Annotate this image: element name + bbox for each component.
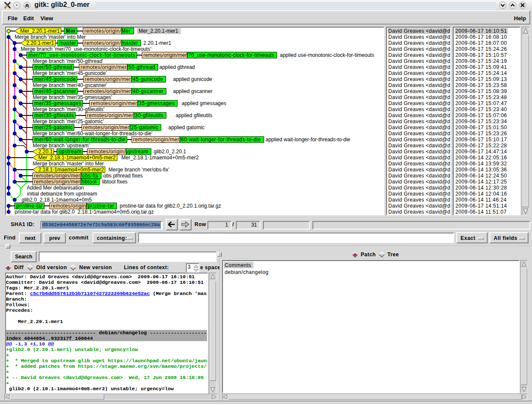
svg-text:mer/35-gmessages: mer/35-gmessages xyxy=(34,100,81,106)
svg-text:Merge branch 'mer/45-gunicode': Merge branch 'mer/45-gunicode' xyxy=(33,70,107,76)
svg-text:remotes/origin/mer/50-gthread: remotes/origin/mer/50-gthread xyxy=(80,64,155,70)
svg-text:remotes/origin/pristine-tar: remotes/origin/pristine-tar xyxy=(51,203,114,209)
svg-text:glib2.0_2.18.1-1maemo4+0m5: glib2.0_2.18.1-1maemo4+0m5 xyxy=(22,197,92,203)
svg-text:remotes/origin/mer/40-gscanner: remotes/origin/mer/40-gscanner xyxy=(85,88,164,94)
svg-text:obs pthread fixes: obs pthread fixes xyxy=(103,173,142,179)
svg-text:2.20.1-mer1: 2.20.1-mer1 xyxy=(26,40,54,46)
svg-text:2.20.1-mer1: 2.20.1-mer1 xyxy=(143,40,171,46)
svg-text:libtool fixes: libtool fixes xyxy=(102,179,127,185)
svg-text:mer/25-gatomic: mer/25-gatomic xyxy=(34,124,73,131)
svg-text:initial debianize from upstrea: initial debianize from upstream xyxy=(27,191,97,197)
svg-text:Merge branch 'mer/40-gscanner': Merge branch 'mer/40-gscanner' xyxy=(33,82,107,88)
svg-text:Mer_2.20.1-mer1: Mer_2.20.1-mer1 xyxy=(20,28,60,34)
svg-text:mer/50-gthread: mer/50-gthread xyxy=(34,64,72,70)
svg-text:mer/70_use-monotonic-clock-for: mer/70_use-monotonic-clock-for-timeouts xyxy=(28,52,136,58)
svg-text:glib2.0_2.20.1: glib2.0_2.20.1 xyxy=(154,149,186,155)
svg-text:mer/45-gunicode: mer/45-gunicode xyxy=(34,76,76,82)
svg-text:remotes/origin/mer/35-gmessage: remotes/origin/mer/35-gmessages xyxy=(91,100,175,106)
svg-text:Merge branch 'mer/obs-fix': Merge branch 'mer/obs-fix' xyxy=(108,167,169,173)
svg-text:applied use-monotonic-clock-fo: applied use-monotonic-clock-for-timeouts xyxy=(280,52,374,58)
svg-text:remotes/origin/mer/30-gfileuti: remotes/origin/mer/30-gfileutils xyxy=(87,112,164,118)
svg-text:remotes/origin/mer/60-wait-lon: remotes/origin/mer/60-wait-longer-for-th… xyxy=(133,137,261,143)
svg-text:master: master xyxy=(59,40,76,46)
svg-text:mer/60-wait-longer-for-threads: mer/60-wait-longer-for-threads-to-die xyxy=(34,137,126,143)
svg-text:applied gmessages: applied gmessages xyxy=(182,100,226,106)
svg-text:pristine-tar data for glib2.0_: pristine-tar data for glib2.0_2.20.1.ori… xyxy=(120,203,221,209)
svg-text:remotes/origin/mer/45-gunicode: remotes/origin/mer/45-gunicode xyxy=(85,76,163,82)
svg-text:Merge branch 'mer/25-gatomic': Merge branch 'mer/25-gatomic' xyxy=(33,118,104,124)
svg-text:Mer_2.18.1-1maemo4+0m5-mer2: Mer_2.18.1-1maemo4+0m5-mer2 xyxy=(121,155,199,161)
svg-text:upstream: upstream xyxy=(59,149,81,155)
svg-text:Added Mer debianisation: Added Mer debianisation xyxy=(27,185,84,191)
svg-text:pristine-tar data for glib2.0_: pristine-tar data for glib2.0_2.18.1-1ma… xyxy=(15,209,154,214)
svg-text:Mer: Mer xyxy=(66,28,76,34)
svg-text:Merge branch 'mer/35-gmessages: Merge branch 'mer/35-gmessages' xyxy=(33,94,112,100)
svg-text:applied gthread: applied gthread xyxy=(159,64,195,70)
svg-text:pristine-tar: pristine-tar xyxy=(16,203,43,209)
svg-text:Mer_2.20.1-mer1: Mer_2.20.1-mer1 xyxy=(139,28,178,34)
svg-text:mer/30-gfileutils: mer/30-gfileutils xyxy=(34,112,74,118)
svg-text:Merge branch 'master' into Mer: Merge branch 'master' into Mer xyxy=(15,34,86,40)
svg-text:2.20.1: 2.20.1 xyxy=(38,149,53,155)
svg-text:Merge branch 'mer/30-gfileutil: Merge branch 'mer/30-gfileutils' xyxy=(33,106,105,112)
svg-text:applied gfileutils: applied gfileutils xyxy=(176,112,212,118)
svg-text:Merge branch 'mer/50-gthread': Merge branch 'mer/50-gthread' xyxy=(33,58,103,64)
svg-text:Merge branch 'mer/70_use-monot: Merge branch 'mer/70_use-monotonic-clock… xyxy=(21,46,151,52)
svg-text:applied wait-longer-for-thread: applied wait-longer-for-threads-to-die xyxy=(266,137,350,143)
svg-text:remotes/origin/mer/obs-fix: remotes/origin/mer/obs-fix xyxy=(34,173,99,179)
svg-text:Mer_2.18.1-1maemo4+0m5-mer2: Mer_2.18.1-1maemo4+0m5-mer2 xyxy=(38,155,116,161)
svg-text:Merge branch 'master' into Mer: Merge branch 'master' into Mer xyxy=(33,161,104,167)
svg-text:Merge branch 'mer/60-wait-long: Merge branch 'mer/60-wait-longer-for-thr… xyxy=(33,131,152,137)
svg-text:remotes/origin/Mer: remotes/origin/Mer xyxy=(84,28,131,34)
svg-text:applied gatomic: applied gatomic xyxy=(168,124,204,131)
svg-text:remotes/origin/upstream: remotes/origin/upstream xyxy=(89,149,148,155)
svg-text:remotes/origin/mer/libtool: remotes/origin/mer/libtool xyxy=(34,179,97,185)
svg-text:remotes/origin/mer/25-gatomic: remotes/origin/mer/25-gatomic xyxy=(83,124,158,131)
svg-text:applied gunicode: applied gunicode xyxy=(173,76,212,82)
svg-text:2.18.1-1maemo4+0m5-mer2: 2.18.1-1maemo4+0m5-mer2 xyxy=(38,167,104,173)
svg-text:applied gscanner: applied gscanner xyxy=(173,88,212,94)
svg-text:mer/40-gscanner: mer/40-gscanner xyxy=(34,88,76,94)
svg-text:remotes/origin/mer/70_use-mono: remotes/origin/mer/70_use-monotonic-cloc… xyxy=(143,52,274,58)
svg-text:remotes/origin/master: remotes/origin/master xyxy=(84,40,138,46)
svg-text:Merge branch 'upstream': Merge branch 'upstream' xyxy=(33,143,90,149)
